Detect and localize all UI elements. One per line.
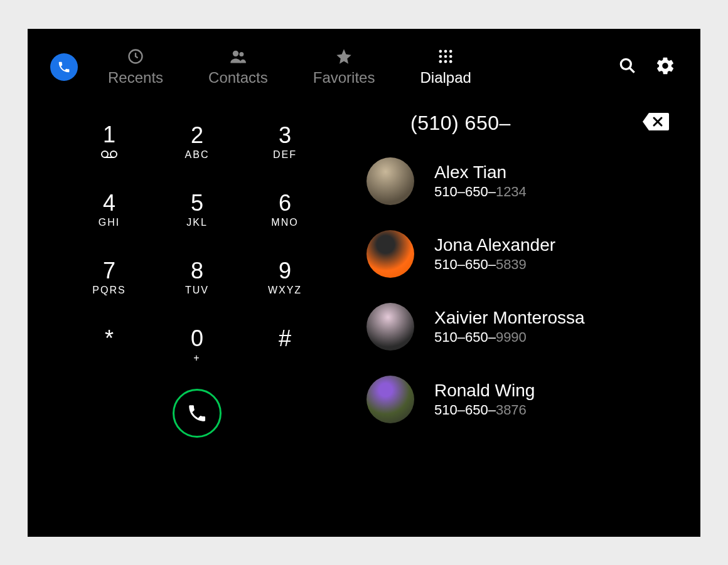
contact-number: 510–650–9990 xyxy=(434,329,585,346)
contact-number: 510–650–5839 xyxy=(434,256,555,273)
key-digit: 4 xyxy=(103,192,115,214)
header: Recents Contacts Favorites Dialpad xyxy=(28,29,700,99)
svg-point-12 xyxy=(621,59,631,69)
contact-item[interactable]: Ronald Wing 510–650–3876 xyxy=(367,376,669,423)
key-digit: 8 xyxy=(191,260,203,282)
svg-point-9 xyxy=(439,60,442,63)
key-star[interactable]: * xyxy=(65,315,153,378)
avatar xyxy=(367,230,414,278)
call-row xyxy=(53,389,341,438)
key-9[interactable]: 9 WXYZ xyxy=(241,247,329,310)
phone-badge[interactable] xyxy=(50,53,78,81)
contact-name: Ronald Wing xyxy=(434,381,535,401)
contact-info: Xaivier Monterossa 510–650–9990 xyxy=(434,308,585,346)
svg-point-8 xyxy=(449,55,452,58)
svg-point-7 xyxy=(444,55,447,58)
contact-info: Alex Tian 510–650–1234 xyxy=(434,162,527,200)
key-digit: # xyxy=(279,327,291,350)
key-digit: 2 xyxy=(191,124,203,147)
search-icon xyxy=(618,56,638,76)
key-0[interactable]: 0 + xyxy=(153,315,241,378)
svg-point-4 xyxy=(444,50,447,53)
svg-point-5 xyxy=(449,50,452,53)
key-digit: 3 xyxy=(279,124,291,147)
tab-label: Dialpad xyxy=(420,69,471,87)
contact-name: Xaivier Monterossa xyxy=(434,308,585,328)
key-digit: 6 xyxy=(279,192,291,214)
tab-contacts[interactable]: Contacts xyxy=(208,48,268,87)
svg-point-2 xyxy=(240,52,244,56)
dialpad: 1 2 ABC 3 DEF 4 GHI 5 xyxy=(53,112,341,378)
key-letters: TUV xyxy=(185,285,209,297)
avatar xyxy=(367,303,414,351)
dialpad-column: 1 2 ABC 3 DEF 4 GHI 5 xyxy=(53,112,341,438)
contact-info: Jona Alexander 510–650–5839 xyxy=(434,235,555,273)
tab-favorites[interactable]: Favorites xyxy=(313,48,375,87)
key-letters: + xyxy=(193,352,200,365)
key-1[interactable]: 1 xyxy=(65,112,153,174)
key-5[interactable]: 5 JKL xyxy=(153,179,241,242)
svg-point-3 xyxy=(439,50,442,53)
contact-item[interactable]: Jona Alexander 510–650–5839 xyxy=(367,230,669,278)
key-3[interactable]: 3 DEF xyxy=(241,112,329,174)
contact-number: 510–650–3876 xyxy=(434,402,535,418)
contact-suggestions: Alex Tian 510–650–1234 Jona Alexander 51… xyxy=(367,157,669,423)
clock-icon xyxy=(127,48,144,65)
call-button[interactable] xyxy=(173,389,222,438)
svg-point-10 xyxy=(444,60,447,63)
svg-point-14 xyxy=(110,151,117,157)
search-button[interactable] xyxy=(618,56,638,78)
key-letters: MNO xyxy=(271,217,298,230)
tab-label: Recents xyxy=(108,69,163,87)
key-digit: * xyxy=(105,327,114,350)
key-letters: JKL xyxy=(186,217,208,230)
key-digit: 0 xyxy=(191,327,203,350)
key-8[interactable]: 8 TUV xyxy=(153,247,241,310)
key-2[interactable]: 2 ABC xyxy=(153,112,241,174)
tab-dialpad[interactable]: Dialpad xyxy=(420,48,471,87)
key-hash[interactable]: # xyxy=(241,315,329,378)
key-letters: GHI xyxy=(99,217,120,230)
tab-label: Favorites xyxy=(313,69,375,87)
phone-app: Recents Contacts Favorites Dialpad xyxy=(28,29,700,537)
people-icon xyxy=(228,48,248,65)
key-digit: 1 xyxy=(103,124,115,146)
star-icon xyxy=(335,48,353,65)
svg-point-1 xyxy=(233,50,238,56)
tab-recents[interactable]: Recents xyxy=(108,48,163,87)
key-6[interactable]: 6 MNO xyxy=(241,179,329,242)
backspace-button[interactable] xyxy=(641,112,669,134)
key-digit: 7 xyxy=(103,260,115,282)
phone-icon xyxy=(57,60,71,74)
key-4[interactable]: 4 GHI xyxy=(65,179,153,242)
settings-button[interactable] xyxy=(655,56,675,78)
gear-icon xyxy=(655,56,675,76)
tabs: Recents Contacts Favorites Dialpad xyxy=(108,48,613,87)
svg-point-11 xyxy=(449,60,452,63)
contact-item[interactable]: Alex Tian 510–650–1234 xyxy=(367,157,669,205)
contact-number: 510–650–1234 xyxy=(434,184,527,200)
svg-point-13 xyxy=(102,151,108,157)
key-letters: WXYZ xyxy=(268,285,302,297)
svg-point-6 xyxy=(439,55,442,58)
content: 1 2 ABC 3 DEF 4 GHI 5 xyxy=(28,99,700,438)
contact-item[interactable]: Xaivier Monterossa 510–650–9990 xyxy=(367,303,669,351)
suggestions-column: (510) 650– Alex Tian 510–650–1234 Jona xyxy=(367,112,675,438)
key-letters: DEF xyxy=(273,149,297,162)
contact-info: Ronald Wing 510–650–3876 xyxy=(434,381,535,418)
key-digit: 5 xyxy=(191,192,203,214)
contact-name: Jona Alexander xyxy=(434,235,555,255)
key-digit: 9 xyxy=(279,260,291,282)
key-letters: PQRS xyxy=(92,285,126,297)
key-letters: ABC xyxy=(185,149,210,162)
header-actions xyxy=(618,56,675,78)
contact-name: Alex Tian xyxy=(434,162,527,182)
typed-number: (510) 650– xyxy=(410,112,511,135)
phone-icon xyxy=(186,403,208,424)
avatar xyxy=(367,157,414,205)
avatar xyxy=(367,376,414,423)
backspace-icon xyxy=(641,112,669,132)
voicemail-icon xyxy=(100,147,118,162)
grid-icon xyxy=(437,48,454,65)
key-7[interactable]: 7 PQRS xyxy=(65,247,153,310)
